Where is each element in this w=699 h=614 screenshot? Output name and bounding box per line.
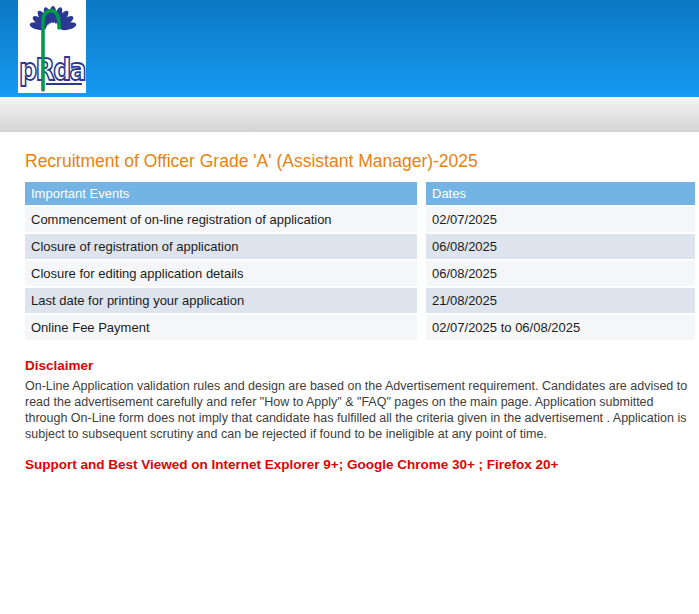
- disclaimer-text: On-Line Application validation rules and…: [25, 378, 695, 442]
- pfrda-logo: pRda: [18, 0, 86, 93]
- header-banner: pRda: [0, 0, 699, 97]
- table-row: Commencement of on-line registration of …: [25, 207, 695, 232]
- event-name-cell: Commencement of on-line registration of …: [25, 207, 424, 232]
- table-row: Online Fee Payment 02/07/2025 to 06/08/2…: [25, 315, 695, 340]
- event-name-cell: Closure for editing application details: [25, 261, 424, 286]
- events-table: Important Events Dates Commencement of o…: [23, 180, 697, 342]
- table-header-row: Important Events Dates: [25, 182, 695, 205]
- page: pRda Recruitment of Officer Grade 'A' (A…: [0, 0, 699, 614]
- events-column-header: Important Events: [25, 182, 424, 205]
- logo-wordmark: pRda: [19, 51, 85, 87]
- event-name-cell: Last date for printing your application: [25, 288, 424, 313]
- table-row: Closure for editing application details …: [25, 261, 695, 286]
- table-row: Last date for printing your application …: [25, 288, 695, 313]
- event-date-cell: 06/08/2025: [426, 261, 695, 286]
- main-content: Recruitment of Officer Grade 'A' (Assist…: [0, 151, 699, 472]
- event-date-cell: 21/08/2025: [426, 288, 695, 313]
- event-date-cell: 02/07/2025: [426, 207, 695, 232]
- table-row: Closure of registration of application 0…: [25, 234, 695, 259]
- browser-support-note: Support and Best Viewed on Internet Expl…: [25, 457, 697, 472]
- header-divider-bar: [0, 97, 699, 132]
- pfrda-logo-graphic: pRda: [18, 0, 86, 93]
- event-date-cell: 06/08/2025: [426, 234, 695, 259]
- event-name-cell: Online Fee Payment: [25, 315, 424, 340]
- page-title: Recruitment of Officer Grade 'A' (Assist…: [25, 151, 697, 172]
- disclaimer-heading: Disclaimer: [25, 358, 697, 373]
- dates-column-header: Dates: [426, 182, 695, 205]
- event-name-cell: Closure of registration of application: [25, 234, 424, 259]
- event-date-cell: 02/07/2025 to 06/08/2025: [426, 315, 695, 340]
